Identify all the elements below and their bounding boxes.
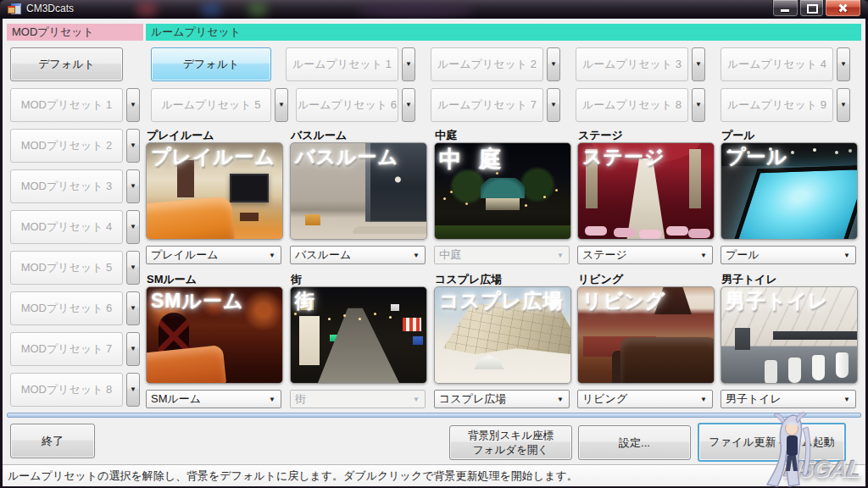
- open-skill-folder-button[interactable]: 背景別スキル座標 フォルダを開く: [449, 425, 572, 460]
- room-thumbnail-street[interactable]: 街: [290, 286, 427, 384]
- room-combo-cosplay-plaza[interactable]: コスプレ広場▼: [434, 390, 570, 408]
- room-combo-mens-toilet[interactable]: 男子トイレ▼: [721, 390, 856, 408]
- room-combo-street: 街▼: [290, 390, 426, 408]
- room-thumbnail-mens-toilet[interactable]: 男子トイレ: [721, 286, 858, 384]
- maximize-icon: [807, 4, 818, 14]
- room-combo-pool[interactable]: プール▼: [721, 246, 856, 264]
- room-preset-3-arrow-button[interactable]: ▼: [692, 47, 705, 81]
- room-preset-9-button[interactable]: ルームプリセット 9: [721, 88, 833, 122]
- button-label: デフォルト: [183, 57, 240, 72]
- button-label-line1: 背景別スキル座標: [468, 429, 554, 443]
- room-preset-4-arrow-button[interactable]: ▼: [837, 47, 850, 81]
- maximize-button[interactable]: [799, 0, 824, 17]
- room-thumbnail-pool[interactable]: プール: [721, 142, 858, 240]
- glass-reflection: [248, 2, 268, 17]
- room-combo-smroom[interactable]: SMルーム▼: [146, 390, 281, 408]
- chevron-down-icon: ▼: [700, 396, 712, 403]
- mod-preset-5-button[interactable]: MODプリセット 5: [10, 251, 123, 285]
- room-preset-3-button[interactable]: ルームプリセット 3: [576, 47, 688, 81]
- minimize-icon: [781, 9, 789, 12]
- chevron-down-icon: ▼: [278, 102, 285, 108]
- tile-label-pool: プール: [721, 128, 755, 143]
- button-label: MODプリセット 2: [21, 138, 113, 153]
- room-preset-5-arrow-button[interactable]: ▼: [275, 88, 288, 122]
- room-preset-7-button[interactable]: ルームプリセット 7: [431, 88, 543, 122]
- room-preset-1-arrow-button[interactable]: ▼: [402, 47, 415, 81]
- room-thumbnail-cosplay-plaza[interactable]: コスプレ広場: [434, 286, 571, 384]
- mod-preset-2-button[interactable]: MODプリセット 2: [10, 129, 123, 163]
- room-preset-header: ルームプリセット: [146, 24, 861, 41]
- settings-button[interactable]: 設定...: [578, 425, 691, 460]
- separator-bar: [7, 413, 861, 418]
- tile-label-stage: ステージ: [578, 128, 623, 143]
- status-bar: ルームプリセットの選択を解除し、背景をデフォルトに戻します。ダブルクリックで背景…: [3, 464, 865, 485]
- mod-preset-1-button[interactable]: MODプリセット 1: [10, 88, 123, 122]
- mod-preset-6-button[interactable]: MODプリセット 6: [10, 291, 123, 325]
- glass-reflection: [356, 2, 475, 19]
- room-combo-living[interactable]: リビング▼: [577, 390, 713, 408]
- mod-preset-4-arrow-button[interactable]: ▼: [126, 210, 140, 244]
- chevron-down-icon: ▼: [130, 102, 136, 108]
- mod-preset-5-arrow-button[interactable]: ▼: [126, 251, 140, 285]
- thumbnail-caption: バスルーム: [295, 144, 398, 170]
- tile-label-cosplay-plaza: コスプレ広場: [435, 272, 502, 287]
- exit-button[interactable]: 終了: [10, 424, 95, 458]
- mod-preset-7-arrow-button[interactable]: ▼: [126, 332, 140, 366]
- room-preset-7-arrow-button[interactable]: ▼: [547, 88, 560, 122]
- room-preset-9-arrow-button[interactable]: ▼: [837, 88, 850, 122]
- thumbnail-caption: プール: [726, 144, 787, 170]
- mod-preset-4-button[interactable]: MODプリセット 4: [10, 210, 123, 244]
- room-combo-stage[interactable]: ステージ▼: [577, 246, 713, 264]
- tile-label-playroom: プレイルーム: [147, 128, 214, 143]
- title-bar[interactable]: CM3Dcats: [0, 0, 868, 19]
- chevron-down-icon: ▼: [413, 396, 425, 403]
- room-thumbnail-courtyard[interactable]: 中 庭: [434, 142, 571, 240]
- chevron-down-icon: ▼: [557, 396, 569, 403]
- room-preset-5-button[interactable]: ルームプリセット 5: [151, 88, 271, 122]
- mod-preset-1-arrow-button[interactable]: ▼: [126, 88, 140, 122]
- room-default-button[interactable]: デフォルト: [151, 47, 271, 81]
- thumbnail-caption: ステージ: [582, 144, 665, 170]
- room-preset-8-arrow-button[interactable]: ▼: [692, 88, 705, 122]
- chevron-down-icon: ▼: [843, 252, 855, 259]
- tile-label-bathroom: バスルーム: [291, 128, 347, 143]
- room-preset-6-button[interactable]: ルームプリセット 6: [296, 88, 398, 122]
- chevron-down-icon: ▼: [550, 102, 557, 108]
- thumbnail-caption: 街: [295, 288, 315, 314]
- close-button[interactable]: [825, 0, 861, 17]
- room-preset-6-arrow-button[interactable]: ▼: [402, 88, 415, 122]
- room-preset-2-button[interactable]: ルームプリセット 2: [431, 47, 543, 81]
- mod-preset-2-arrow-button[interactable]: ▼: [126, 129, 140, 163]
- room-thumbnail-living[interactable]: リビング: [577, 286, 715, 384]
- chevron-down-icon: ▼: [130, 142, 136, 149]
- mod-preset-7-button[interactable]: MODプリセット 7: [10, 332, 123, 366]
- thumbnail-caption: 男子トイレ: [726, 288, 829, 314]
- room-combo-bathroom[interactable]: バスルーム▼: [290, 246, 426, 264]
- thumbnail-caption: リビング: [582, 288, 665, 314]
- room-combo-playroom[interactable]: プレイルーム▼: [146, 246, 281, 264]
- chevron-down-icon: ▼: [405, 102, 412, 108]
- room-thumbnail-smroom[interactable]: SMルーム: [146, 286, 283, 384]
- window-title: CM3Dcats: [26, 3, 74, 14]
- thumbnail-caption: SMルーム: [151, 288, 244, 314]
- tile-label-smroom: SMルーム: [147, 272, 197, 287]
- chevron-down-icon: ▼: [840, 61, 847, 68]
- mod-preset-3-button[interactable]: MODプリセット 3: [10, 169, 123, 203]
- room-thumbnail-playroom[interactable]: プレイルーム: [146, 142, 283, 240]
- minimize-button[interactable]: [772, 0, 798, 17]
- mod-preset-8-arrow-button[interactable]: ▼: [126, 373, 140, 407]
- chevron-down-icon: ▼: [130, 346, 136, 352]
- mod-preset-3-arrow-button[interactable]: ▼: [126, 169, 140, 203]
- chevron-down-icon: ▼: [843, 396, 855, 403]
- room-preset-2-arrow-button[interactable]: ▼: [547, 47, 560, 81]
- room-thumbnail-stage[interactable]: ステージ: [577, 142, 715, 240]
- mod-preset-8-button[interactable]: MODプリセット 8: [10, 373, 123, 407]
- mod-default-button[interactable]: デフォルト: [10, 47, 123, 81]
- room-preset-8-button[interactable]: ルームプリセット 8: [576, 88, 688, 122]
- chevron-down-icon: ▼: [405, 61, 412, 68]
- room-preset-1-button[interactable]: ルームプリセット 1: [286, 47, 398, 81]
- mod-preset-6-arrow-button[interactable]: ▼: [126, 291, 140, 325]
- chevron-down-icon: ▼: [413, 252, 425, 259]
- room-thumbnail-bathroom[interactable]: バスルーム: [290, 142, 427, 240]
- room-preset-4-button[interactable]: ルームプリセット 4: [721, 47, 833, 81]
